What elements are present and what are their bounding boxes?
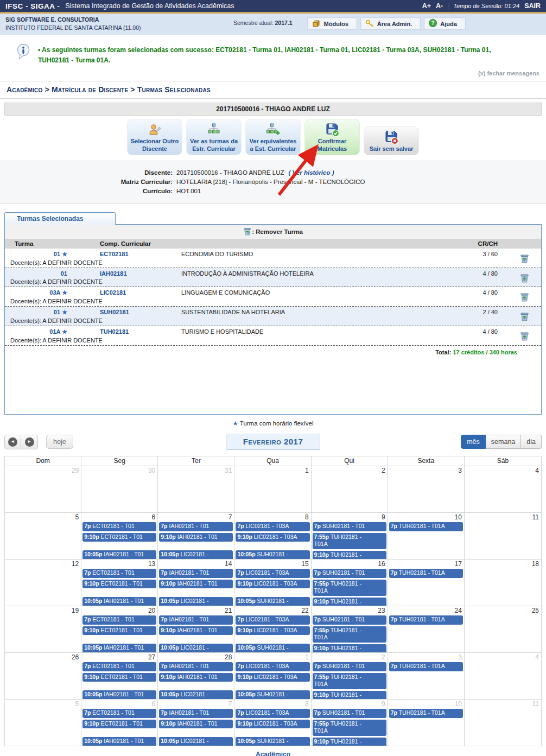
ver-historico-link[interactable]: ( Ver histórico ): [289, 169, 334, 176]
calendar-event[interactable]: 9:10p TUH02181 -T01A: [313, 691, 386, 700]
calendar-event[interactable]: 10:05p IAH02181 - T01: [82, 644, 156, 652]
calendar-event[interactable]: 10:05p SUH02181 -T01: [236, 597, 309, 606]
calendar-event[interactable]: 9:10p TUH02181 -T01A: [313, 644, 386, 653]
calendar-event[interactable]: 7p LIC02181 - T03A: [236, 522, 309, 531]
day-number: 11: [465, 513, 541, 522]
calendar-event[interactable]: 10:05p LIC02181 -T03A: [159, 597, 233, 606]
calendar-event[interactable]: 9:10p TUH02181 -T01A: [313, 738, 386, 746]
calendar-event[interactable]: 9:10p ECT02181 - T01: [82, 533, 156, 542]
select-other-student-button[interactable]: Selecionar Outro Discente: [127, 119, 182, 156]
calendar-event[interactable]: 9:10p IAH02181 - T01: [159, 720, 233, 728]
calendar-event[interactable]: 7p SUH02181 - T01: [313, 662, 386, 671]
component-code-link[interactable]: ECT02181: [67, 251, 181, 257]
calendar-event[interactable]: 9:10p ECT02181 - T01: [82, 580, 156, 588]
today-button[interactable]: hoje: [46, 435, 73, 449]
calendar-event[interactable]: 7p IAH02181 - T01: [159, 662, 233, 671]
calendar-event[interactable]: 10:05p IAH02181 - T01: [82, 550, 156, 559]
modules-button[interactable]: Módulos: [308, 18, 357, 29]
calendar-event[interactable]: 7p TUH02181 - T01A: [389, 522, 463, 531]
calendar-event[interactable]: 10:05p LIC02181 -T03A: [159, 550, 233, 559]
calendar-event[interactable]: 7:55p TUH02181 -T01A: [313, 626, 386, 643]
calendar-event[interactable]: 9:10p LIC02181 - T03A: [236, 626, 309, 635]
calendar-event[interactable]: 10:05p IAH02181 - T01: [82, 597, 156, 606]
remove-turma-button[interactable]: [520, 292, 529, 303]
font-decrease-button[interactable]: A-: [436, 2, 443, 10]
calendar-event[interactable]: 9:10p IAH02181 - T01: [159, 673, 233, 682]
remove-turma-button[interactable]: [520, 312, 529, 322]
remove-turma-button[interactable]: [520, 273, 529, 284]
calendar-event[interactable]: 9:10p LIC02181 - T03A: [236, 533, 309, 542]
remove-turma-button[interactable]: [520, 253, 529, 264]
calendar-event[interactable]: 7p ECT02181 - T01: [82, 522, 156, 531]
calendar-event[interactable]: 7p LIC02181 - T03A: [236, 615, 309, 624]
calendar-event[interactable]: 7p TUH02181 - T01A: [389, 709, 463, 717]
view-curriculum-classes-button[interactable]: Ver as turmas da Estr. Curricular: [186, 119, 242, 156]
help-button[interactable]: ? Ajuda: [424, 18, 465, 29]
total-row: Total: 17 créditos / 340 horas: [5, 346, 541, 355]
calendar-event[interactable]: 9:10p TUH02181 -T01A: [313, 551, 386, 560]
calendar-event[interactable]: 7:55p TUH02181 -T01A: [313, 533, 386, 549]
calendar-event[interactable]: 9:10p LIC02181 - T03A: [236, 720, 309, 728]
component-code-link[interactable]: SUH02181: [67, 309, 181, 315]
confirm-enrollment-button[interactable]: Confirmar Matrículas: [304, 119, 360, 156]
calendar-next-button[interactable]: ►: [21, 435, 38, 449]
view-week-button[interactable]: semana: [486, 435, 521, 449]
component-code-link[interactable]: LIC02181: [67, 289, 181, 296]
calendar-event[interactable]: 10:05p IAH02181 - T01: [82, 737, 156, 746]
calendar-event[interactable]: 7p TUH02181 - T01A: [389, 569, 463, 577]
calendar-event[interactable]: 7p LIC02181 - T03A: [236, 709, 309, 717]
calendar-prev-button[interactable]: ◄: [4, 435, 21, 449]
calendar-event[interactable]: 9:10p ECT02181 - T01: [82, 720, 156, 728]
component-code-link[interactable]: TUH02181: [67, 328, 181, 335]
calendar-event[interactable]: 9:10p TUH02181 -T01A: [313, 598, 386, 606]
calendar-event[interactable]: 7:55p TUH02181 -T01A: [313, 720, 386, 736]
calendar-event[interactable]: 10:05p SUH02181 -T01: [236, 737, 309, 746]
calendar-event[interactable]: 10:05p LIC02181 -T03A: [159, 690, 233, 699]
calendar-event[interactable]: 10:05p SUH02181 -T01: [236, 690, 309, 699]
calendar-event[interactable]: 9:10p ECT02181 - T01: [82, 626, 156, 635]
calendar-event[interactable]: 10:05p LIC02181 -T03A: [159, 644, 233, 652]
calendar-event[interactable]: 7:55p TUH02181 -T01A: [313, 580, 386, 596]
calendar-event[interactable]: 9:10p LIC02181 - T03A: [236, 673, 309, 682]
calendar-event[interactable]: 7p SUH02181 - T01: [313, 615, 386, 624]
calendar-event[interactable]: 9:10p IAH02181 - T01: [159, 533, 233, 542]
calendar-event[interactable]: 7p IAH02181 - T01: [159, 522, 233, 531]
calendar-event[interactable]: 7p LIC02181 - T03A: [236, 569, 309, 577]
area-admin-button[interactable]: Área Admin.: [361, 18, 420, 29]
calendar-event[interactable]: 7:55p TUH02181 -T01A: [313, 673, 386, 689]
calendar-event[interactable]: 7p ECT02181 - T01: [82, 569, 156, 577]
calendar-event[interactable]: 10:05p LIC02181 -T03A: [159, 737, 233, 746]
view-day-button[interactable]: dia: [521, 435, 542, 449]
remove-turma-button[interactable]: [520, 331, 529, 342]
tab-turmas-selecionadas[interactable]: Turmas Selecionadas: [4, 212, 116, 225]
view-month-button[interactable]: mês: [461, 435, 486, 449]
calendar-event[interactable]: 9:10p IAH02181 - T01: [159, 626, 233, 635]
calendar-event[interactable]: 7p SUH02181 - T01: [313, 522, 386, 531]
exit-without-saving-button[interactable]: Sair sem salvar: [364, 126, 419, 155]
calendar-event[interactable]: 7p SUH02181 - T01: [313, 709, 386, 717]
close-messages-link[interactable]: (x) fechar mensagens: [5, 66, 541, 81]
calendar-event[interactable]: 7p ECT02181 - T01: [82, 662, 156, 671]
calendar-event[interactable]: 7p TUH02181 - T01A: [389, 615, 463, 624]
calendar-event[interactable]: 9:10p ECT02181 - T01: [82, 673, 156, 682]
calendar-event[interactable]: 7p SUH02181 - T01: [313, 569, 386, 577]
calendar-event[interactable]: 7p IAH02181 - T01: [159, 615, 233, 624]
logout-button[interactable]: SAIR: [524, 2, 541, 10]
calendar-event[interactable]: 7p IAH02181 - T01: [159, 569, 233, 577]
exit-without-saving-label: Sair sem salvar: [370, 145, 414, 153]
calendar-event[interactable]: 9:10p LIC02181 - T03A: [236, 580, 309, 588]
day-number: 7: [158, 513, 234, 522]
calendar-event[interactable]: 10:05p SUH02181 -T01: [236, 644, 309, 652]
calendar-event[interactable]: 10:05p SUH02181 -T01: [236, 550, 309, 559]
calendar-event[interactable]: 7p LIC02181 - T03A: [236, 662, 309, 671]
component-code-link[interactable]: IAH02181: [67, 270, 181, 277]
calendar-event[interactable]: 10:05p IAH02181 - T01: [82, 690, 156, 699]
calendar-day: 287p IAH02181 - T019:10p IAH02181 - T011…: [158, 652, 234, 699]
calendar-event[interactable]: 7p ECT02181 - T01: [82, 709, 156, 717]
calendar-event[interactable]: 7p TUH02181 - T01A: [389, 662, 463, 671]
calendar-event[interactable]: 7p ECT02181 - T01: [82, 615, 156, 624]
font-increase-button[interactable]: A+: [422, 2, 431, 10]
calendar-event[interactable]: 7p IAH02181 - T01: [159, 709, 233, 717]
view-equivalents-button[interactable]: Ver equivalentes a Est. Curricular: [245, 119, 301, 156]
calendar-event[interactable]: 9:10p IAH02181 - T01: [159, 580, 233, 588]
